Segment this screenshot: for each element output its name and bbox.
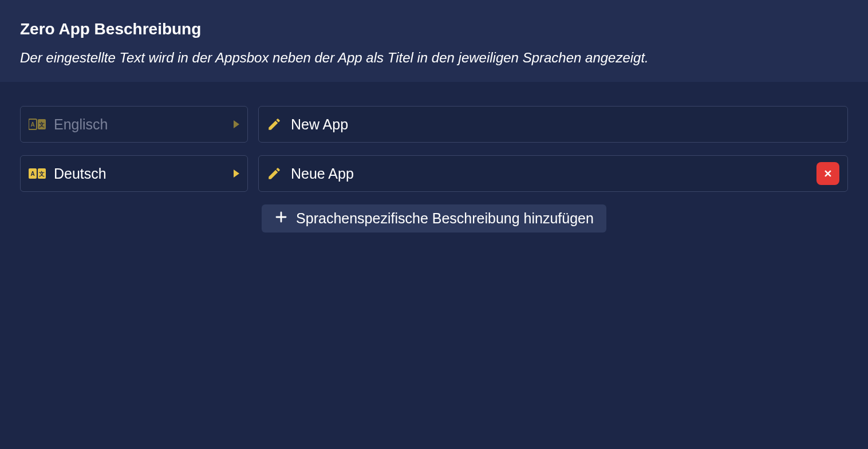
svg-text:文: 文 xyxy=(38,171,45,177)
language-select-english[interactable]: A 文 Englisch xyxy=(20,106,248,143)
language-icon: A 文 xyxy=(29,167,47,180)
language-icon: A 文 xyxy=(29,117,47,131)
pencil-icon xyxy=(267,166,282,181)
description-input-deutsch[interactable]: Neue App xyxy=(258,155,848,192)
svg-text:A: A xyxy=(30,171,34,177)
chevron-right-icon xyxy=(234,120,239,128)
language-row: A 文 Deutsch Neue App xyxy=(20,155,848,192)
svg-text:文: 文 xyxy=(38,121,45,128)
page-description: Der eingestellte Text wird in der Appsbo… xyxy=(20,50,848,66)
header-section: Zero App Beschreibung Der eingestellte T… xyxy=(0,0,868,82)
description-value: Neue App xyxy=(291,166,811,182)
chevron-right-icon xyxy=(234,170,239,178)
add-button-label: Sprachenspezifische Beschreibung hinzufü… xyxy=(296,210,594,227)
content-section: A 文 Englisch New App A xyxy=(0,82,868,257)
language-select-deutsch[interactable]: A 文 Deutsch xyxy=(20,155,248,192)
description-value: New App xyxy=(291,116,839,133)
pencil-icon xyxy=(267,117,282,132)
svg-text:A: A xyxy=(30,121,34,128)
language-row: A 文 Englisch New App xyxy=(20,106,848,143)
delete-button[interactable] xyxy=(816,162,839,185)
plus-icon xyxy=(274,210,288,227)
language-label: Englisch xyxy=(54,116,234,133)
page-title: Zero App Beschreibung xyxy=(20,20,848,38)
add-language-button[interactable]: Sprachenspezifische Beschreibung hinzufü… xyxy=(262,204,606,233)
language-label: Deutsch xyxy=(54,166,234,182)
close-icon xyxy=(822,168,834,179)
description-input-english[interactable]: New App xyxy=(258,106,848,143)
add-button-row: Sprachenspezifische Beschreibung hinzufü… xyxy=(20,204,848,233)
